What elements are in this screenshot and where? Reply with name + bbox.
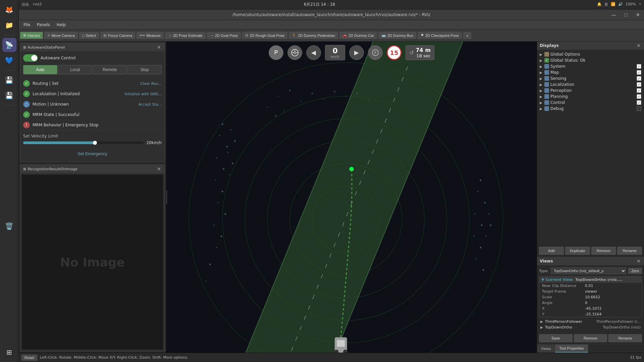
tree-item-sensing[interactable]: ▶ Sensing — [538, 75, 643, 81]
tree-item-map[interactable]: ▶ Map — [538, 69, 643, 75]
dock-icon-ssd1[interactable]: 💾 — [2, 73, 16, 87]
menu-help[interactable]: Help — [53, 21, 69, 28]
perception-label: Perception — [550, 88, 635, 93]
tool-2d-goal-pose[interactable]: → 2D Goal Pose — [207, 32, 241, 39]
init-gns-btn[interactable]: Initialize with GNS... — [124, 92, 162, 96]
mode-remote[interactable]: Remote — [93, 65, 127, 74]
mode-auto[interactable]: Auto — [23, 65, 57, 74]
svg-point-36 — [480, 247, 481, 248]
dock-icon-rviz[interactable]: 📡 — [2, 38, 16, 52]
svg-point-26 — [234, 140, 236, 142]
displays-close[interactable]: ✕ — [636, 43, 641, 48]
mode-local[interactable]: Local — [58, 65, 92, 74]
fps-counter: 31 fps — [630, 355, 641, 360]
add-display-button[interactable]: Add — [539, 247, 564, 255]
autoware-panel-close[interactable]: ✕ — [156, 45, 162, 50]
map-checkbox[interactable] — [637, 70, 641, 75]
minimize-button[interactable]: — — [608, 9, 620, 20]
system-checkbox[interactable] — [637, 64, 641, 69]
tool-focus-camera[interactable]: ◎ Focus Camera — [100, 32, 135, 39]
tool-2d-checkpoint-pose[interactable]: ⚑ 2D Checkpoint Pose — [418, 32, 462, 39]
tool-interact[interactable]: ⊕ Interact — [20, 32, 43, 39]
dock-icon-vscode[interactable]: 💙 — [2, 53, 16, 67]
views-remove-button[interactable]: Remove — [574, 334, 607, 342]
perception-folder-icon — [544, 88, 549, 93]
left-arrow-button[interactable]: ◀ — [306, 45, 321, 60]
tab-tool-properties[interactable]: Tool Properties — [555, 345, 588, 353]
svg-point-31 — [477, 191, 478, 192]
tool-2d-pose-estimate[interactable]: → 2D Pose Estimate — [165, 32, 206, 39]
no-image-text: No Image — [60, 255, 125, 269]
tool-2d-dummy-car[interactable]: 🚗 2D Dummy Car — [339, 32, 377, 39]
views-zero-button[interactable]: Zero — [628, 268, 642, 274]
tool-2d-rough-goal-pose[interactable]: ⊙ 2D Rough Goal Pose — [242, 32, 287, 39]
tree-item-control[interactable]: ▶ Control — [538, 100, 643, 106]
park-button[interactable]: P — [269, 45, 283, 60]
dock-icon-ssd2[interactable]: 💾 — [2, 88, 16, 103]
dock-icon-firefox[interactable]: 🦊 — [2, 3, 16, 17]
tool-measure[interactable]: ⟺ Measure — [137, 32, 164, 39]
autoware-control-toggle[interactable] — [23, 54, 38, 62]
accept-state-btn[interactable]: Accept Sta... — [138, 102, 162, 107]
top-down-ortho-view[interactable]: ▶ TopDownOrtho TopDownOrtho (rviz) — [539, 324, 642, 330]
remove-display-button[interactable]: Remove — [591, 247, 616, 255]
tree-item-perception[interactable]: ▶ Perception — [538, 87, 643, 94]
tree-item-debug[interactable]: ▶ Debug — [538, 106, 643, 112]
recognition-panel-drag-icon: ⊞ — [23, 167, 26, 171]
third-person-follower-view[interactable]: ▶ ThirdPersonFollower ThirdPersonFollowe… — [539, 319, 642, 324]
tree-item-planning[interactable]: ▶ Planning — [538, 94, 643, 100]
map-overlay-controls: P ◀ 0 km/h ▶ — [269, 45, 434, 60]
dock-icon-grid[interactable]: ⊞ — [2, 345, 16, 359]
tool-2d-dummy-pedestrian[interactable]: 🚶 2D Dummy Pedestrian — [289, 32, 338, 39]
views-type-select[interactable]: TopDownOrtho (rviz_default_p — [551, 267, 626, 274]
right-arrow-button[interactable]: ▶ — [349, 45, 364, 60]
dock-icon-trash[interactable]: 🗑️ — [2, 219, 16, 233]
control-checkbox[interactable] — [637, 100, 641, 105]
close-button[interactable]: ✕ — [632, 9, 644, 20]
tree-item-global-status[interactable]: ▶ ✓ Global Status: Ok — [538, 57, 643, 63]
duplicate-display-button[interactable]: Duplicate — [565, 247, 590, 255]
set-emergency-button[interactable]: Set Emergency — [23, 148, 162, 159]
dock-icon-files[interactable]: 📁 — [2, 18, 16, 32]
tool-2d-dummy-bus[interactable]: 🚌 2D Dummy Bus — [378, 32, 416, 39]
velocity-slider[interactable] — [23, 141, 144, 144]
mode-stop[interactable]: Stop — [127, 65, 162, 74]
localization-checkbox[interactable] — [637, 82, 641, 87]
recognition-panel-close[interactable]: ✕ — [156, 166, 162, 172]
views-rename-button[interactable]: Rename — [608, 334, 642, 342]
sensing-checkbox[interactable] — [637, 76, 641, 81]
views-save-button[interactable]: Save — [539, 334, 573, 342]
menu-file[interactable]: File — [20, 21, 34, 28]
tool-select[interactable]: □ Select — [79, 32, 99, 39]
tree-item-system[interactable]: ▶ System — [538, 63, 643, 69]
map-view[interactable]: P ◀ 0 km/h ▶ — [166, 42, 537, 353]
planning-checkbox[interactable] — [637, 94, 641, 99]
recognition-panel-title: RecognitionResultOnImage — [28, 167, 77, 171]
steering-button[interactable] — [287, 45, 302, 60]
system-arrow: ▶ — [540, 65, 543, 68]
toolbar-overflow[interactable]: » — [463, 32, 471, 39]
svg-point-32 — [484, 202, 486, 203]
status-routing: ✓ Routing | Set Clear Rou... — [23, 78, 162, 89]
activities-label[interactable]: 活动 — [21, 2, 29, 7]
cv-y: Y -25.3164 — [539, 311, 642, 317]
reset-button[interactable]: Reset — [21, 355, 37, 361]
bell-icon[interactable]: 🔔 — [597, 2, 602, 7]
clear-route-btn[interactable]: Clear Rou... — [140, 81, 162, 86]
window-name-label: rviz2 — [33, 2, 42, 7]
global-options-arrow: ▶ — [540, 53, 543, 56]
volume-icon[interactable]: 🔊 — [618, 2, 623, 7]
rename-display-button[interactable]: Rename — [617, 247, 642, 255]
tool-move-camera[interactable]: ⊹ Move Camera — [44, 32, 78, 39]
views-close[interactable]: ✕ — [636, 258, 641, 264]
svg-point-51 — [267, 107, 268, 108]
tab-views[interactable]: Views — [537, 345, 555, 353]
debug-checkbox[interactable] — [637, 106, 641, 111]
maximize-button[interactable]: □ — [620, 9, 632, 20]
menu-panels[interactable]: Panels — [34, 21, 53, 28]
right-panel-collapse[interactable]: ◀ — [166, 190, 167, 204]
tree-item-global-options[interactable]: ▶ Global Options — [538, 51, 643, 57]
keyboard-icon[interactable]: 英 — [604, 2, 608, 7]
perception-checkbox[interactable] — [637, 88, 641, 93]
tree-item-localization[interactable]: ▶ Localization — [538, 81, 643, 87]
